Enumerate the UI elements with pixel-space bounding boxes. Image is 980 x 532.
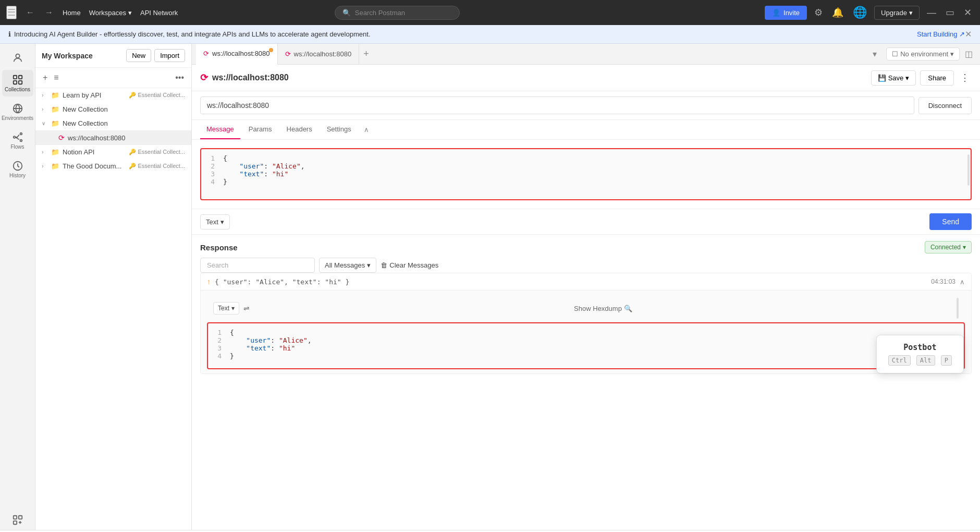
show-hexdump-button[interactable]: Show Hexdump [574,305,622,312]
minimize-button[interactable]: — [925,5,938,20]
search-bar[interactable]: 🔍 [335,6,460,20]
sidebar-item-add[interactable] [2,510,33,530]
collection-label: The Good Docum... [63,162,126,170]
settings-icon[interactable]: ⚙ [812,5,825,20]
close-button[interactable]: ✕ [962,5,974,20]
request-actions: 💾 Save ▾ Share ⋮ [871,70,972,86]
send-button[interactable]: Send [929,213,972,230]
tab-list-button[interactable]: ▾ [869,47,880,61]
message-scrollbar[interactable] [957,298,959,319]
sidebar-collections-label: Collections [5,87,30,92]
disconnect-button[interactable]: Disconnect [918,97,972,114]
editor-line: 2 "user": "Alice", [206,162,965,170]
api-network-link[interactable]: API Network [140,9,178,17]
response-area: Response Connected ▾ All Messages ▾ 🗑 Cl… [192,235,980,530]
collection-badge: 🔑 Essential Collect... [129,92,185,99]
svg-point-7 [20,133,22,135]
tab-settings[interactable]: Settings [321,120,358,139]
forward-button[interactable]: → [42,6,56,19]
list-item[interactable]: › 📁 Notion API 🔑 Essential Collect... [35,145,191,159]
share-button[interactable]: Share [920,70,954,86]
banner-link[interactable]: Start Building ↗ [917,30,965,38]
tab-params[interactable]: Params [242,120,278,139]
chevron-right-icon: › [42,149,48,155]
tabs-collapse-button[interactable]: ∧ [364,126,369,134]
editor-scrollbar[interactable] [967,154,970,186]
svg-rect-10 [13,516,16,519]
collections-toolbar: + ≡ ••• [35,68,191,88]
editor-line: 4 } [206,178,965,186]
tab-ws1[interactable]: ⟳ ws://localhost:8080 [196,44,278,65]
add-icon [12,514,23,526]
message-detail-type-button[interactable]: Text ▾ [213,302,239,315]
response-title: Response [200,243,921,252]
clear-messages-button[interactable]: 🗑 Clear Messages [381,261,438,269]
env-label: No environment [900,50,948,58]
new-button[interactable]: New [126,49,151,62]
add-collection-button[interactable]: + [42,72,48,83]
svg-rect-4 [18,81,21,84]
tab-message[interactable]: Message [200,120,240,139]
message-header[interactable]: ↑ { "user": "Alice", "text": "hi" } 04:3… [201,273,971,290]
list-item[interactable]: ⟳ ws://localhost:8080 [35,130,191,145]
message-type-button[interactable]: Text ▾ [200,214,230,229]
list-item[interactable]: › 📁 New Collection [35,102,191,116]
more-options-button[interactable]: ⋮ [958,70,972,86]
environment-selector[interactable]: ☐ No environment ▾ [886,47,960,61]
all-messages-button[interactable]: All Messages ▾ [319,258,376,273]
tab-headers[interactable]: Headers [280,120,318,139]
home-link[interactable]: Home [63,9,81,17]
sidebar-item-environments[interactable]: Environments [2,99,33,125]
response-search-input[interactable] [200,258,315,273]
chevron-right-icon: › [42,163,48,169]
connected-badge[interactable]: Connected ▾ [925,241,972,253]
add-tab-button[interactable]: + [359,49,373,59]
websocket-tab-icon: ⟳ [285,50,291,58]
maximize-button[interactable]: ▭ [944,5,957,20]
editor-box[interactable]: 1 { 2 "user": "Alice", 3 "text": "hi" 4 … [200,148,972,200]
save-button[interactable]: 💾 Save ▾ [871,70,916,86]
flows-icon [12,131,23,143]
import-button[interactable]: Import [154,49,185,62]
message-type-bar: Text ▾ ⇌ Show Hexdump 🔍 [207,295,965,322]
more-options-button[interactable]: ••• [174,72,185,83]
history-icon [12,160,23,172]
upgrade-button[interactable]: Upgrade ▾ [874,6,920,20]
websocket-icon: ⟳ [58,134,65,142]
sidebar-toggle-button[interactable]: ◫ [962,47,976,61]
sidebar-item-collections[interactable]: Collections [2,70,33,96]
svg-rect-2 [18,76,21,79]
editor-line: 3 "text": "hi" [206,170,965,178]
collection-icon: 📁 [51,162,59,170]
search-input[interactable] [355,9,438,17]
expand-icon[interactable]: ∧ [960,278,965,286]
menu-icon[interactable]: ☰ [6,6,17,19]
collections-icon [12,74,23,86]
svg-rect-1 [13,76,16,79]
banner-close-button[interactable]: ✕ [965,29,972,39]
postbot-shortcut: Ctrl Alt P [887,355,953,366]
sidebar-item-history[interactable]: History [2,156,33,183]
banner-info-icon: ℹ [8,30,11,38]
notifications-icon[interactable]: 🔔 [830,5,846,20]
sidebar-item-flows[interactable]: Flows [2,127,33,154]
list-item[interactable]: › 📁 Learn by API 🔑 Essential Collect... [35,88,191,102]
request-header: ⟳ ws://localhost:8080 💾 Save ▾ Share ⋮ [192,65,980,91]
collection-icon: 📁 [51,119,59,127]
list-item[interactable]: › 📁 The Good Docum... 🔑 Essential Collec… [35,159,191,173]
editor-line: 3 "text": "hi" [213,344,959,352]
search-hexdump-button[interactable]: 🔍 [624,305,632,312]
environments-icon [12,103,23,114]
invite-button[interactable]: 👤 Invite [765,6,807,20]
message-detail-editor[interactable]: 1 { 2 "user": "Alice", 3 "text": "hi" [207,322,965,369]
url-input[interactable] [200,96,914,114]
back-button[interactable]: ← [23,6,38,19]
list-item[interactable]: ∨ 📁 New Collection [35,116,191,130]
filter-button[interactable]: ≡ [53,72,59,83]
tab-ws2[interactable]: ⟳ ws://localhost:8080 [278,44,360,65]
workspaces-menu[interactable]: Workspaces ▾ [89,9,132,17]
sidebar-item-user[interactable] [2,48,33,68]
word-wrap-button[interactable]: ⇌ [243,304,250,312]
message-body: Text ▾ ⇌ Show Hexdump 🔍 [201,290,971,373]
avatar-icon[interactable]: 🌐 [851,4,869,21]
